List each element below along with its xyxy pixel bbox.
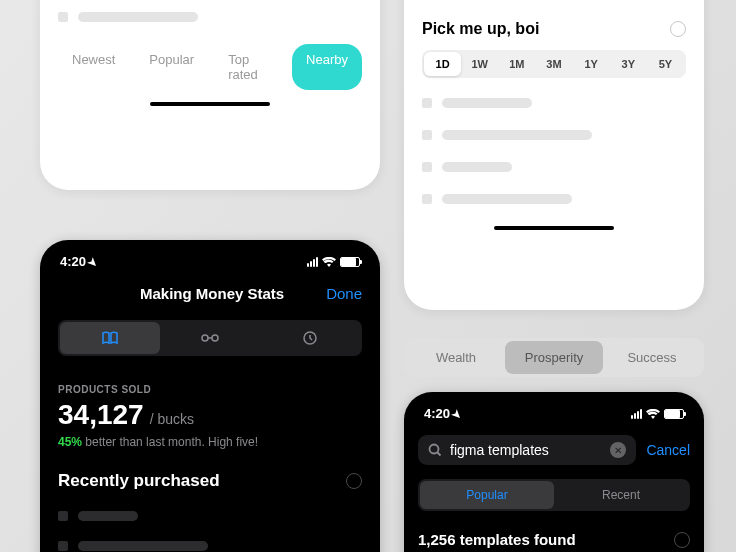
filter-tab-nearby[interactable]: Nearby [292,44,362,90]
book-icon [101,331,119,345]
time-range-segment: 1D 1W 1M 3M 1Y 3Y 5Y [422,50,686,78]
tab-popular[interactable]: Popular [420,481,554,509]
home-indicator [150,102,270,106]
search-card: 4:20➤ figma templates ✕ Cancel Popular R… [404,392,704,552]
home-indicator [494,226,614,230]
filter-card: Newest Popular Top rated Nearby [40,0,380,190]
cancel-button[interactable]: Cancel [646,442,690,458]
glasses-icon [200,333,220,343]
signal-icon [307,257,318,267]
range-1m[interactable]: 1M [498,52,535,76]
filter-tab-newest[interactable]: Newest [58,44,129,90]
svg-point-3 [430,445,439,454]
delta-percentage: 45% [58,435,82,449]
range-1y[interactable]: 1Y [573,52,610,76]
status-bar: 4:20➤ [404,392,704,429]
range-5y[interactable]: 5Y [647,52,684,76]
range-3y[interactable]: 3Y [610,52,647,76]
search-input[interactable]: figma templates ✕ [418,435,636,465]
view-segment [58,320,362,356]
list-item [422,194,686,204]
svg-point-1 [212,335,218,341]
stats-unit: / bucks [150,411,194,427]
segment-clock[interactable] [260,322,360,354]
segment-book[interactable] [60,322,160,354]
clock-icon [302,330,318,346]
radio-icon[interactable] [674,532,690,548]
search-icon [428,443,442,457]
svg-point-0 [202,335,208,341]
page-title: Making Money Stats [98,285,326,302]
list-item [40,501,380,531]
range-3m[interactable]: 3M [535,52,572,76]
stats-card: 4:20➤ Making Money Stats Done PRODUCTS S… [40,240,380,552]
battery-icon [340,257,360,267]
status-bar: 4:20➤ [40,240,380,277]
tab-recent[interactable]: Recent [554,481,688,509]
wifi-icon [646,409,660,419]
location-arrow-icon: ➤ [449,407,465,423]
pick-title: Pick me up, boi [422,20,539,38]
list-item [422,98,686,108]
wifi-icon [322,257,336,267]
list-item [422,162,686,172]
delta-text: better than last month. High five! [82,435,258,449]
location-arrow-icon: ➤ [85,255,101,271]
done-button[interactable]: Done [326,285,362,302]
battery-icon [664,409,684,419]
signal-icon [631,409,642,419]
segment-prosperity[interactable]: Prosperity [505,341,603,374]
recent-title: Recently purchased [58,471,220,491]
segment-success[interactable]: Success [603,341,701,374]
stats-value: 34,127 [58,399,144,431]
radio-icon[interactable] [346,473,362,489]
list-item [40,531,380,552]
segment-glasses[interactable] [160,322,260,354]
range-1d[interactable]: 1D [424,52,461,76]
category-segment: Wealth Prosperity Success [404,338,704,377]
list-item [422,130,686,140]
search-tabs: Popular Recent [418,479,690,511]
radio-icon[interactable] [670,21,686,37]
results-count: 1,256 templates found [418,531,576,548]
stats-label: PRODUCTS SOLD [58,384,362,395]
segment-wealth[interactable]: Wealth [407,341,505,374]
filter-tab-popular[interactable]: Popular [135,44,208,90]
filter-tab-top-rated[interactable]: Top rated [214,44,286,90]
time-range-card: Pick me up, boi 1D 1W 1M 3M 1Y 3Y 5Y [404,0,704,310]
filter-tabs: Newest Popular Top rated Nearby [58,44,362,90]
range-1w[interactable]: 1W [461,52,498,76]
list-item [58,12,362,22]
clear-button[interactable]: ✕ [610,442,626,458]
